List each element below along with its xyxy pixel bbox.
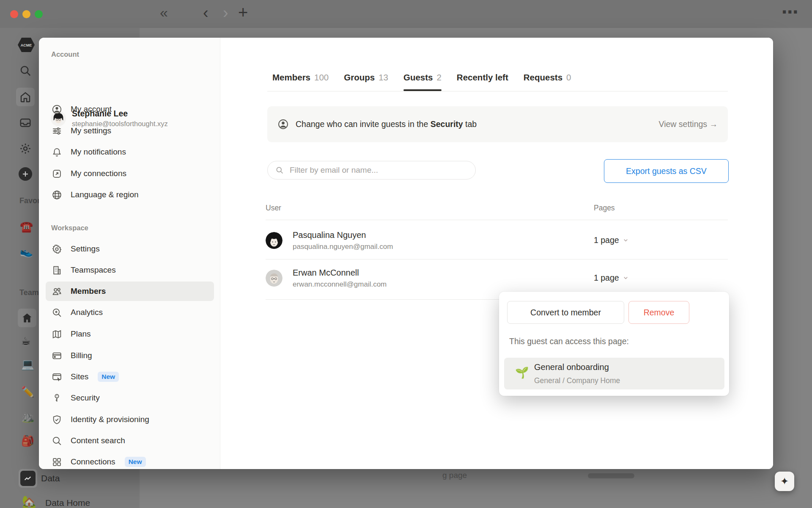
traffic-lights xyxy=(10,10,43,18)
sidebar-item-plans[interactable]: Plans xyxy=(46,324,214,344)
sidebar-item-label: My settings xyxy=(71,126,111,135)
collapse-sidebar-icon[interactable]: « xyxy=(160,5,168,19)
favorite-phone-emoji[interactable]: ☎️ xyxy=(20,221,33,232)
sidebar-item-label: Teamspaces xyxy=(71,265,116,275)
sidebar-item-label: Plans xyxy=(71,329,91,339)
new-tab-icon[interactable]: + xyxy=(238,4,248,21)
member-tabs: Members 100 Groups 13 Guests 2 Recently … xyxy=(272,64,571,91)
workspace-logo[interactable]: ACME xyxy=(17,36,36,55)
sidebar-item-my-account[interactable]: My account xyxy=(46,99,214,119)
column-header-pages: Pages xyxy=(594,204,615,213)
sidebar-item-sites[interactable]: Sites New xyxy=(46,367,214,387)
sidebar-item-identity-provisioning[interactable]: Identity & provisioning xyxy=(46,410,214,429)
data-page-icon[interactable] xyxy=(19,469,37,488)
sidebar-item-label: Identity & provisioning xyxy=(71,415,149,424)
convert-to-member-button[interactable]: Convert to member xyxy=(507,301,624,324)
home-icon[interactable] xyxy=(19,91,32,103)
data-page-label[interactable]: Data xyxy=(41,473,60,483)
zoom-window-button[interactable] xyxy=(35,10,43,18)
sidebar-item-label: My connections xyxy=(71,169,126,178)
browser-cursor-icon xyxy=(52,372,62,382)
chevron-down-icon xyxy=(623,237,629,243)
accessible-page-item[interactable]: 🌱 General onboarding General / Company H… xyxy=(504,358,724,389)
guest-filter[interactable] xyxy=(267,161,476,179)
external-link-icon xyxy=(52,168,62,179)
minimize-window-button[interactable] xyxy=(22,10,30,18)
remove-guest-button[interactable]: Remove xyxy=(628,301,689,324)
sidebar-item-billing[interactable]: Billing xyxy=(46,346,214,365)
tab-count: 2 xyxy=(436,72,441,83)
person-circle-icon xyxy=(277,119,289,130)
filter-input[interactable] xyxy=(289,165,468,175)
guest-row-pasqualina[interactable]: Pasqualina Nguyen pasqualina.nguyen@gmai… xyxy=(266,221,728,259)
data-home-emoji[interactable]: 🏡 xyxy=(22,496,36,508)
teamspace-mountain-emoji[interactable]: ⛰️ xyxy=(21,411,34,422)
teamspace-pencil-emoji[interactable]: ✏️ xyxy=(21,387,34,397)
tab-label: Groups xyxy=(344,72,375,83)
sidebar-item-security[interactable]: Security xyxy=(46,388,214,408)
magnifier-plus-icon xyxy=(52,307,62,318)
tabs-divider xyxy=(267,91,728,91)
ai-sparkle-button[interactable]: ✦ xyxy=(775,472,794,491)
arrow-right-icon: → xyxy=(710,119,718,129)
banner-text: Change who can invite guests in the Secu… xyxy=(296,119,477,129)
tab-recently-left[interactable]: Recently left xyxy=(457,64,508,91)
sidebar-item-members[interactable]: Members xyxy=(46,282,214,301)
sidebar-item-teamspaces[interactable]: Teamspaces xyxy=(46,260,214,280)
sidebar-item-language-region[interactable]: Language & region xyxy=(46,185,214,204)
inbox-icon[interactable] xyxy=(19,116,32,129)
tab-members[interactable]: Members 100 xyxy=(272,64,329,91)
people-icon xyxy=(52,286,62,297)
sidebar-item-my-connections[interactable]: My connections xyxy=(46,164,214,183)
sliders-icon xyxy=(52,126,62,136)
sidebar-item-my-settings[interactable]: My settings xyxy=(46,121,214,141)
sidebar-item-connections[interactable]: Connections New xyxy=(46,452,214,469)
guest-row-erwan[interactable]: Erwan McConnell erwan.mcconnell@gmail.co… xyxy=(266,259,728,297)
tab-guests[interactable]: Guests 2 xyxy=(403,64,442,91)
settings-gear-icon[interactable] xyxy=(19,142,32,155)
teamspace-laptop-emoji[interactable]: 💻 xyxy=(21,359,34,370)
dimmed-pill-fragment xyxy=(588,473,634,478)
tab-groups[interactable]: Groups 13 xyxy=(344,64,388,91)
pages-value: 1 page xyxy=(594,273,619,283)
guest-email: pasqualina.nguyen@gmail.com xyxy=(293,241,393,252)
workspace-section-label: Workspace xyxy=(51,224,88,232)
teamspace-home-icon[interactable] xyxy=(21,312,33,324)
page-breadcrumb: General / Company Home xyxy=(534,376,620,385)
close-window-button[interactable] xyxy=(10,10,18,18)
map-icon xyxy=(52,329,62,340)
guest-name: Erwan McConnell xyxy=(293,266,387,279)
sidebar-item-settings[interactable]: Settings xyxy=(46,239,214,259)
dimmed-text-fragment: g page xyxy=(442,471,467,480)
pages-dropdown[interactable]: 1 page xyxy=(594,273,629,283)
tab-requests[interactable]: Requests 0 xyxy=(524,64,571,91)
pages-dropdown[interactable]: 1 page xyxy=(594,235,629,245)
shield-check-icon xyxy=(52,414,62,425)
tab-label: Members xyxy=(272,72,310,83)
table-divider xyxy=(266,220,728,220)
favorite-sneaker-emoji[interactable]: 👟 xyxy=(20,246,33,257)
data-home-label[interactable]: Data Home xyxy=(45,498,90,508)
sidebar-item-my-notifications[interactable]: My notifications xyxy=(46,142,214,162)
account-section-label: Account xyxy=(51,50,79,58)
tab-label: Requests xyxy=(524,72,562,83)
back-icon[interactable]: ‹ xyxy=(203,5,208,21)
search-icon xyxy=(275,166,284,174)
sidebar-item-content-search[interactable]: Content search xyxy=(46,431,214,450)
sidebar-item-analytics[interactable]: Analytics xyxy=(46,303,214,322)
teamspace-backpack-emoji[interactable]: 🎒 xyxy=(21,436,34,446)
credit-card-icon xyxy=(52,351,62,361)
sidebar-item-label: Connections xyxy=(71,457,115,467)
forward-icon: › xyxy=(223,5,228,21)
magnifier-icon xyxy=(52,436,62,446)
search-icon[interactable] xyxy=(19,64,32,77)
pages-value: 1 page xyxy=(594,235,619,245)
teamspace-coffee-emoji[interactable]: ☕ xyxy=(21,336,30,346)
guest-email: erwan.mcconnell@gmail.com xyxy=(293,279,387,290)
export-guests-csv-button[interactable]: Export guests as CSV xyxy=(604,159,729,183)
more-options-icon[interactable]: ⋯ xyxy=(782,3,798,20)
grid-icon xyxy=(52,457,62,467)
sidebar-item-label: My notifications xyxy=(71,147,126,157)
new-page-plus-icon[interactable] xyxy=(19,167,32,181)
view-settings-link[interactable]: View settings → xyxy=(659,119,718,129)
